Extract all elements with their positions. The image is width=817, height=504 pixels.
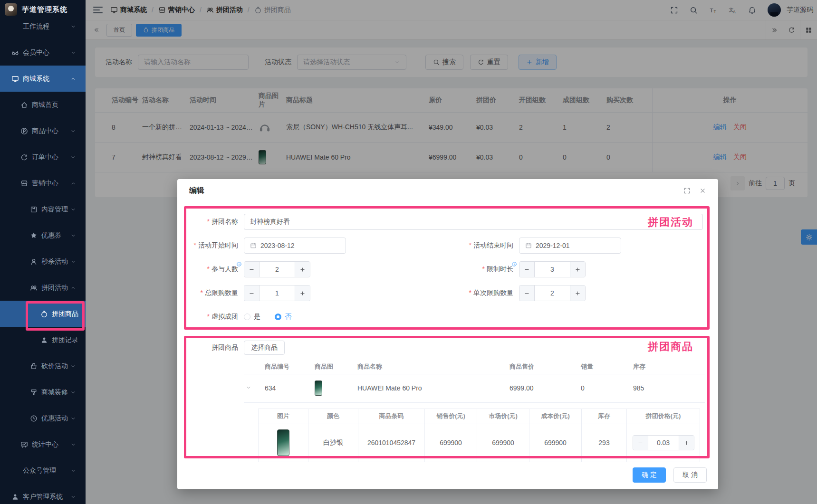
plus-button[interactable] bbox=[679, 436, 694, 450]
sku-column-市场价(元): 市场价(元) bbox=[477, 409, 529, 424]
collapse-row-icon[interactable] bbox=[246, 385, 251, 390]
total-limit-label: 总限购数量 bbox=[191, 289, 244, 297]
product-price: 6999.00 bbox=[508, 374, 579, 402]
virtual-group-label: 虚拟成团 bbox=[191, 313, 244, 321]
sku-column-商品条码: 商品条码 bbox=[358, 409, 425, 424]
product-table: 商品编号商品图商品名称商品售价销量库存 634 HUAWEI Mate 60 P… bbox=[244, 360, 705, 403]
sidebar-item-会员中心[interactable]: 会员中心 bbox=[0, 39, 86, 66]
timer-icon bbox=[40, 310, 48, 318]
plus-button[interactable] bbox=[295, 285, 310, 301]
sidebar-item-公众号管理[interactable]: 公众号管理 bbox=[0, 457, 86, 484]
sidebar-item-工作流程[interactable]: 工作流程 bbox=[0, 13, 86, 39]
sidebar-item-客户管理系统[interactable]: 客户管理系统 bbox=[0, 484, 86, 504]
duration-limit-value[interactable]: 3 bbox=[534, 262, 570, 277]
sidebar-item-label: 公众号管理 bbox=[23, 466, 56, 475]
sku-sale-price: 699900 bbox=[425, 424, 477, 462]
dialog-body: 拼团名称 封神榜真好看 活动开始时间 2023-08-12 活动结束时间 202… bbox=[177, 202, 718, 462]
dialog-footer: 确 定 取 消 bbox=[633, 467, 707, 483]
sidebar-item-label: 优惠活动 bbox=[41, 414, 68, 423]
minus-button[interactable] bbox=[244, 285, 259, 301]
calendar-icon bbox=[525, 242, 532, 249]
chevron-down-icon bbox=[70, 154, 76, 160]
product-id: 634 bbox=[263, 374, 313, 402]
sku-color[interactable]: 白沙银 bbox=[308, 424, 358, 462]
sidebar-item-label: 秒杀活动 bbox=[41, 257, 68, 266]
virtual-group-radio-no[interactable]: 否 bbox=[275, 313, 291, 321]
sidebar-item-秒杀活动[interactable]: 秒杀活动 bbox=[0, 248, 86, 275]
sidebar-item-label: 商品中心 bbox=[32, 127, 58, 135]
radio-icon bbox=[244, 314, 250, 320]
dialog-title: 编辑 bbox=[189, 186, 204, 196]
confirm-button[interactable]: 确 定 bbox=[633, 467, 666, 483]
sidebar-item-label: 营销中心 bbox=[32, 179, 58, 188]
sidebar-item-拼团商品[interactable]: 拼团商品 bbox=[0, 301, 86, 327]
chevron-up-icon bbox=[70, 181, 76, 186]
chevron-down-icon bbox=[70, 390, 76, 395]
sidebar-item-label: 订单中心 bbox=[32, 153, 58, 162]
cancel-button[interactable]: 取 消 bbox=[673, 467, 707, 483]
product-row[interactable]: 634 HUAWEI Mate 60 Pro 6999.00 0 985 bbox=[244, 374, 705, 402]
sidebar-item-营销中心[interactable]: 营销中心 bbox=[0, 170, 86, 196]
product-column-商品图: 商品图 bbox=[313, 360, 356, 374]
sku-row: 白沙银 2601010452847 699900 699900 699900 2… bbox=[259, 424, 700, 462]
sidebar-item-砍价活动[interactable]: 砍价活动 bbox=[0, 353, 86, 379]
calendar-icon bbox=[250, 242, 257, 249]
chevron-down-icon bbox=[70, 207, 76, 212]
product-image bbox=[315, 380, 322, 396]
sku-market-price: 699900 bbox=[477, 424, 529, 462]
sidebar-item-内容管理[interactable]: 内容管理 bbox=[0, 196, 86, 222]
chevron-up-icon bbox=[70, 285, 76, 291]
people-count-stepper: 2 bbox=[244, 261, 310, 277]
sidebar-item-商品中心[interactable]: 商品中心 bbox=[0, 118, 86, 144]
sku-column-库存: 库存 bbox=[582, 409, 627, 424]
sidebar-item-统计中心[interactable]: 统计中心 bbox=[0, 431, 86, 457]
sidebar-item-label: 商城装修 bbox=[41, 388, 68, 397]
sidebar-item-商城系统[interactable]: 商城系统 bbox=[0, 66, 86, 92]
minus-button[interactable] bbox=[519, 262, 534, 277]
circle-c-icon bbox=[20, 153, 28, 161]
chevron-down-icon bbox=[70, 494, 76, 500]
total-limit-value[interactable]: 1 bbox=[259, 285, 295, 301]
board-icon bbox=[20, 441, 28, 448]
single-limit-value[interactable]: 2 bbox=[534, 285, 570, 301]
group-name-input[interactable]: 封神榜真好看 bbox=[244, 214, 703, 230]
minus-button[interactable] bbox=[519, 285, 534, 301]
dialog-fullscreen-icon[interactable] bbox=[683, 187, 691, 194]
sidebar-item-label: 内容管理 bbox=[41, 205, 68, 214]
app-title: 芋道管理系统 bbox=[22, 5, 67, 14]
sidebar: 芋道管理系统 工作流程会员中心商城系统商城首页商品中心订单中心营销中心内容管理优… bbox=[0, 0, 86, 504]
sku-column-颜色: 颜色 bbox=[308, 409, 358, 424]
product-column-商品售价: 商品售价 bbox=[508, 360, 579, 374]
product-column-库存: 库存 bbox=[631, 360, 705, 374]
group-price-value[interactable]: 0.03 bbox=[648, 436, 679, 450]
sidebar-item-拼团记录[interactable]: 拼团记录 bbox=[0, 327, 86, 353]
plus-button[interactable] bbox=[570, 262, 585, 277]
sku-column-拼团价格(元): 拼团价格(元) bbox=[627, 409, 700, 424]
start-time-input[interactable]: 2023-08-12 bbox=[244, 238, 346, 254]
virtual-group-radio-yes[interactable]: 是 bbox=[244, 313, 260, 321]
sidebar-item-商城首页[interactable]: 商城首页 bbox=[0, 92, 86, 118]
plus-button[interactable] bbox=[295, 262, 310, 277]
chevron-down-icon bbox=[70, 416, 76, 421]
home-icon bbox=[20, 101, 28, 109]
minus-button[interactable] bbox=[244, 262, 259, 277]
sidebar-item-拼团活动[interactable]: 拼团活动 bbox=[0, 275, 86, 301]
people-count-value[interactable]: 2 bbox=[259, 262, 295, 277]
sidebar-item-label: 客户管理系统 bbox=[23, 493, 63, 501]
chevron-down-icon bbox=[70, 50, 76, 56]
sku-stock: 293 bbox=[582, 424, 627, 462]
plus-button[interactable] bbox=[570, 285, 585, 301]
group-name-label: 拼团名称 bbox=[191, 218, 244, 226]
sidebar-item-商城装修[interactable]: 商城装修 bbox=[0, 379, 86, 405]
sidebar-item-优惠券[interactable]: 优惠券 bbox=[0, 222, 86, 248]
chevron-down-icon bbox=[70, 442, 76, 447]
select-product-button[interactable]: 选择商品 bbox=[244, 341, 285, 355]
minus-button[interactable] bbox=[633, 436, 648, 450]
group-price-stepper: 0.03 bbox=[633, 435, 694, 450]
content-icon bbox=[30, 206, 38, 213]
sidebar-item-订单中心[interactable]: 订单中心 bbox=[0, 144, 86, 170]
sku-table: 图片颜色商品条码销售价(元)市场价(元)成本价(元)库存拼团价格(元) 白沙银 … bbox=[258, 409, 700, 462]
end-time-input[interactable]: 2029-12-01 bbox=[519, 238, 621, 254]
sidebar-item-优惠活动[interactable]: 优惠活动 bbox=[0, 405, 86, 431]
dialog-close-icon[interactable] bbox=[699, 187, 706, 194]
